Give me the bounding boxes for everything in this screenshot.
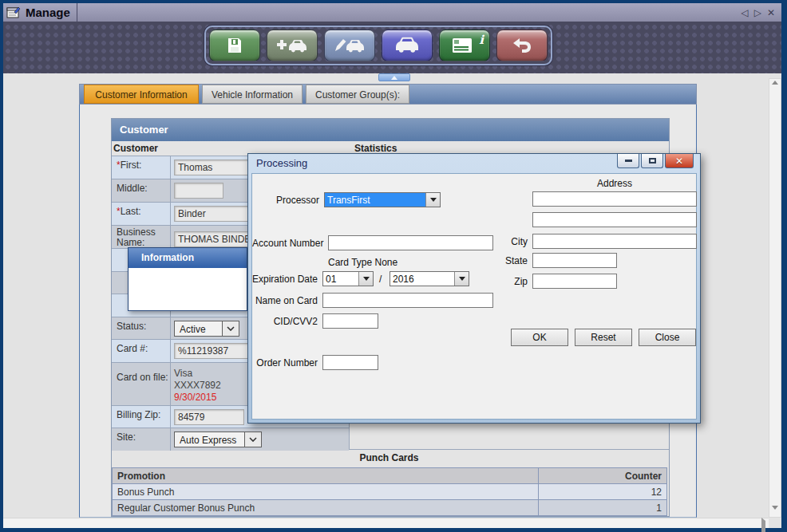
last-name-label: *Last: [112,203,171,225]
chevron-down-icon [222,321,239,336]
toolbar: i [3,22,781,73]
chevron-down-icon [425,193,440,207]
horizontal-scrollbar[interactable] [3,518,769,528]
table-row[interactable]: Regular Customer Bonus Punch 1 [113,500,666,515]
expiration-separator: / [379,274,382,285]
add-vehicle-icon [276,37,308,54]
counter-cell: 1 [539,500,666,515]
toolbar-button-group: i [204,26,552,65]
add-vehicle-button[interactable] [267,30,318,61]
collapse-up-icon [391,76,397,80]
expiration-year-select[interactable]: 2016 [390,271,469,286]
status-label: Status: [112,317,171,339]
expiration-month-select[interactable]: 01 [322,271,374,286]
zip-label: Zip [500,276,528,287]
processor-label: Processor [267,195,319,206]
punch-cards-table: Promotion Counter Bonus Punch 12 Regular… [112,467,667,516]
dialog-minimize-button[interactable] [617,154,639,168]
promotion-cell: Regular Customer Bonus Punch [113,500,539,515]
business-name-label: Business Name: [112,226,171,248]
city-input[interactable] [532,234,697,249]
save-button[interactable] [209,30,260,61]
card-number-label: Card #: [112,340,171,362]
toolbar-collapse-handle[interactable] [378,73,410,81]
tab-customer-groups[interactable]: Customer Group(s): [306,85,409,104]
scroll-up-icon[interactable] [770,81,780,90]
tab-vehicle-information[interactable]: Vehicle Information [202,85,303,104]
billing-zip-label: Billing Zip: [112,406,171,428]
state-label: State [496,255,528,266]
processor-value: TransFirst [325,193,425,207]
window-title: Manage [26,6,70,19]
address-line2-input[interactable] [532,212,697,227]
dialog-maximize-button[interactable] [641,154,663,168]
dialog-close-button[interactable]: ✕ [665,154,694,168]
information-popup: Information [128,247,247,311]
card-number-input[interactable] [174,343,251,359]
information-popup-title: Information [129,248,247,268]
back-icon [512,37,532,54]
scroll-right-icon[interactable] [761,521,765,532]
nav-next-icon[interactable]: ▷ [754,8,761,18]
title-separator [77,3,77,22]
state-input[interactable] [532,253,617,268]
promotion-column-header: Promotion [113,468,539,483]
account-number-label: Account Number [252,238,322,249]
chevron-down-icon [358,272,373,286]
processing-dialog: Processing ✕ Processor TransFirst Addres… [247,153,701,424]
site-row: Site: Auto Express [112,428,349,451]
info-i-icon: i [479,33,484,47]
first-name-label: *First: [112,156,171,179]
vehicle-button[interactable] [382,30,433,61]
reset-button[interactable]: Reset [575,329,632,346]
customer-group-header: Customer [112,119,669,141]
save-icon [225,36,244,55]
punch-cards-header-row: Promotion Counter [113,468,666,484]
edit-vehicle-button[interactable] [324,30,375,61]
site-label: Site: [112,428,171,451]
order-number-input[interactable] [322,355,378,370]
processor-select[interactable]: TransFirst [324,192,441,207]
chevron-down-icon [244,432,261,447]
manage-window: Manage ◁ ▷ ✕ [0,0,787,532]
manage-app-icon [6,6,21,19]
ok-button[interactable]: OK [511,329,568,346]
middle-name-input[interactable] [174,183,223,199]
vertical-scrollbar[interactable] [769,78,781,518]
billing-zip-input[interactable] [174,409,244,425]
counter-cell: 12 [539,484,666,499]
expiration-date-label: Expiration Date [252,274,318,285]
scroll-down-icon[interactable] [770,506,780,515]
punch-cards-title: Punch Cards [112,452,666,463]
back-button[interactable] [496,30,548,61]
table-row[interactable]: Bonus Punch 12 [113,484,666,500]
zip-input[interactable] [532,274,617,289]
minimize-icon [625,160,632,162]
window-close-icon[interactable]: ✕ [767,8,775,18]
cid-cvv2-label: CID/CVV2 [252,316,318,327]
cid-cvv2-input[interactable] [322,313,378,329]
name-on-card-input[interactable] [322,293,493,308]
vehicle-icon [394,36,421,55]
processing-dialog-title: Processing [256,157,307,169]
site-select[interactable]: Auto Express [174,432,262,447]
content-area: Customer Information Vehicle Information… [3,73,781,528]
nav-previous-icon[interactable]: ◁ [741,8,748,18]
customer-card-button[interactable]: i [439,30,490,61]
chevron-down-icon [454,272,469,286]
title-bar: Manage ◁ ▷ ✕ [3,3,781,22]
status-select[interactable]: Active [174,321,239,337]
expiration-month-value: 01 [323,272,358,286]
tab-customer-information[interactable]: Customer Information [84,85,199,104]
card-type-label: Card Type None [328,257,397,268]
middle-name-label: Middle: [112,179,171,202]
tab-strip: Customer Information Vehicle Information… [79,84,697,104]
account-number-input[interactable] [328,235,493,250]
close-button[interactable]: Close [639,329,696,346]
promotion-cell: Bonus Punch [113,484,539,499]
information-popup-body [129,268,247,310]
maximize-icon [649,158,656,164]
address-line1-input[interactable] [532,191,697,207]
customer-card-icon [451,36,478,55]
edit-vehicle-icon [334,37,366,54]
